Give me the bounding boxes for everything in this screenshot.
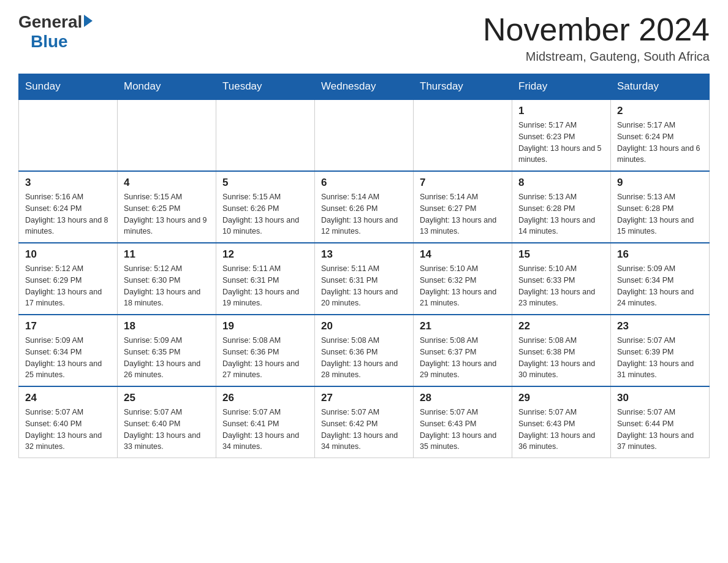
month-year-title: November 2024 — [483, 12, 710, 47]
calendar-cell: 13Sunrise: 5:11 AM Sunset: 6:31 PM Dayli… — [315, 243, 414, 315]
calendar-cell: 20Sunrise: 5:08 AM Sunset: 6:36 PM Dayli… — [315, 315, 414, 386]
col-header-friday: Friday — [512, 74, 611, 100]
day-number: 17 — [25, 320, 111, 332]
day-number: 24 — [25, 392, 111, 404]
day-info: Sunrise: 5:10 AM Sunset: 6:32 PM Dayligh… — [420, 263, 506, 309]
day-number: 25 — [124, 392, 210, 404]
day-info: Sunrise: 5:16 AM Sunset: 6:24 PM Dayligh… — [25, 191, 111, 237]
day-number: 6 — [321, 177, 407, 189]
calendar-cell: 6Sunrise: 5:14 AM Sunset: 6:26 PM Daylig… — [315, 171, 414, 243]
day-number: 22 — [518, 320, 604, 332]
day-info: Sunrise: 5:17 AM Sunset: 6:23 PM Dayligh… — [518, 120, 604, 166]
logo-general: General — [18, 12, 82, 32]
calendar-cell: 25Sunrise: 5:07 AM Sunset: 6:40 PM Dayli… — [118, 386, 216, 458]
calendar-cell: 23Sunrise: 5:07 AM Sunset: 6:39 PM Dayli… — [611, 315, 710, 386]
col-header-monday: Monday — [118, 74, 216, 100]
day-info: Sunrise: 5:09 AM Sunset: 6:35 PM Dayligh… — [124, 335, 210, 381]
day-number: 7 — [420, 177, 506, 189]
calendar-cell: 10Sunrise: 5:12 AM Sunset: 6:29 PM Dayli… — [19, 243, 118, 315]
day-info: Sunrise: 5:12 AM Sunset: 6:29 PM Dayligh… — [25, 263, 111, 309]
day-number: 9 — [617, 177, 703, 189]
week-row-3: 10Sunrise: 5:12 AM Sunset: 6:29 PM Dayli… — [19, 243, 710, 315]
day-number: 28 — [420, 392, 506, 404]
day-number: 16 — [617, 248, 703, 261]
col-header-saturday: Saturday — [611, 74, 710, 100]
day-info: Sunrise: 5:07 AM Sunset: 6:43 PM Dayligh… — [420, 407, 506, 453]
col-header-tuesday: Tuesday — [216, 74, 315, 100]
day-info: Sunrise: 5:08 AM Sunset: 6:38 PM Dayligh… — [518, 335, 604, 381]
day-info: Sunrise: 5:10 AM Sunset: 6:33 PM Dayligh… — [518, 263, 604, 309]
day-info: Sunrise: 5:12 AM Sunset: 6:30 PM Dayligh… — [124, 263, 210, 309]
day-number: 13 — [321, 248, 407, 261]
calendar-cell: 19Sunrise: 5:08 AM Sunset: 6:36 PM Dayli… — [216, 315, 315, 386]
week-row-1: 1Sunrise: 5:17 AM Sunset: 6:23 PM Daylig… — [19, 99, 710, 171]
day-number: 27 — [321, 392, 407, 404]
calendar-cell: 3Sunrise: 5:16 AM Sunset: 6:24 PM Daylig… — [19, 171, 118, 243]
day-number: 11 — [124, 248, 210, 261]
location-subtitle: Midstream, Gauteng, South Africa — [483, 50, 710, 64]
logo-arrow-icon — [84, 15, 93, 27]
col-header-thursday: Thursday — [414, 74, 512, 100]
title-block: November 2024 Midstream, Gauteng, South … — [483, 12, 710, 64]
page-header: General Blue November 2024 Midstream, Ga… — [18, 12, 710, 64]
day-number: 12 — [222, 248, 308, 261]
calendar-cell: 22Sunrise: 5:08 AM Sunset: 6:38 PM Dayli… — [512, 315, 611, 386]
day-info: Sunrise: 5:07 AM Sunset: 6:44 PM Dayligh… — [617, 407, 703, 453]
calendar-cell: 15Sunrise: 5:10 AM Sunset: 6:33 PM Dayli… — [512, 243, 611, 315]
day-number: 21 — [420, 320, 506, 332]
day-number: 2 — [617, 105, 703, 117]
calendar-cell: 7Sunrise: 5:14 AM Sunset: 6:27 PM Daylig… — [414, 171, 512, 243]
day-number: 8 — [518, 177, 604, 189]
calendar-cell: 30Sunrise: 5:07 AM Sunset: 6:44 PM Dayli… — [611, 386, 710, 458]
calendar-cell: 9Sunrise: 5:13 AM Sunset: 6:28 PM Daylig… — [611, 171, 710, 243]
calendar-cell — [216, 99, 315, 171]
calendar-cell: 21Sunrise: 5:08 AM Sunset: 6:37 PM Dayli… — [414, 315, 512, 386]
day-info: Sunrise: 5:14 AM Sunset: 6:27 PM Dayligh… — [420, 191, 506, 237]
week-row-2: 3Sunrise: 5:16 AM Sunset: 6:24 PM Daylig… — [19, 171, 710, 243]
day-info: Sunrise: 5:14 AM Sunset: 6:26 PM Dayligh… — [321, 191, 407, 237]
day-info: Sunrise: 5:07 AM Sunset: 6:40 PM Dayligh… — [124, 407, 210, 453]
day-info: Sunrise: 5:07 AM Sunset: 6:42 PM Dayligh… — [321, 407, 407, 453]
day-info: Sunrise: 5:15 AM Sunset: 6:26 PM Dayligh… — [222, 191, 308, 237]
calendar-cell: 16Sunrise: 5:09 AM Sunset: 6:34 PM Dayli… — [611, 243, 710, 315]
week-row-4: 17Sunrise: 5:09 AM Sunset: 6:34 PM Dayli… — [19, 315, 710, 386]
day-number: 18 — [124, 320, 210, 332]
day-info: Sunrise: 5:07 AM Sunset: 6:43 PM Dayligh… — [518, 407, 604, 453]
calendar-cell: 4Sunrise: 5:15 AM Sunset: 6:25 PM Daylig… — [118, 171, 216, 243]
calendar-cell — [315, 99, 414, 171]
day-info: Sunrise: 5:11 AM Sunset: 6:31 PM Dayligh… — [222, 263, 308, 309]
day-number: 19 — [222, 320, 308, 332]
calendar-cell: 28Sunrise: 5:07 AM Sunset: 6:43 PM Dayli… — [414, 386, 512, 458]
calendar-cell — [118, 99, 216, 171]
calendar-cell: 18Sunrise: 5:09 AM Sunset: 6:35 PM Dayli… — [118, 315, 216, 386]
day-number: 5 — [222, 177, 308, 189]
calendar-cell: 17Sunrise: 5:09 AM Sunset: 6:34 PM Dayli… — [19, 315, 118, 386]
calendar-cell: 1Sunrise: 5:17 AM Sunset: 6:23 PM Daylig… — [512, 99, 611, 171]
calendar-cell: 29Sunrise: 5:07 AM Sunset: 6:43 PM Dayli… — [512, 386, 611, 458]
calendar-cell — [19, 99, 118, 171]
day-info: Sunrise: 5:17 AM Sunset: 6:24 PM Dayligh… — [617, 120, 703, 166]
day-number: 30 — [617, 392, 703, 404]
day-number: 3 — [25, 177, 111, 189]
col-header-wednesday: Wednesday — [315, 74, 414, 100]
day-info: Sunrise: 5:08 AM Sunset: 6:36 PM Dayligh… — [321, 335, 407, 381]
day-info: Sunrise: 5:13 AM Sunset: 6:28 PM Dayligh… — [617, 191, 703, 237]
day-number: 14 — [420, 248, 506, 261]
day-number: 26 — [222, 392, 308, 404]
day-info: Sunrise: 5:09 AM Sunset: 6:34 PM Dayligh… — [617, 263, 703, 309]
day-number: 4 — [124, 177, 210, 189]
day-info: Sunrise: 5:15 AM Sunset: 6:25 PM Dayligh… — [124, 191, 210, 237]
day-number: 23 — [617, 320, 703, 332]
calendar-cell: 27Sunrise: 5:07 AM Sunset: 6:42 PM Dayli… — [315, 386, 414, 458]
calendar-cell: 11Sunrise: 5:12 AM Sunset: 6:30 PM Dayli… — [118, 243, 216, 315]
day-info: Sunrise: 5:08 AM Sunset: 6:36 PM Dayligh… — [222, 335, 308, 381]
day-info: Sunrise: 5:09 AM Sunset: 6:34 PM Dayligh… — [25, 335, 111, 381]
col-header-sunday: Sunday — [19, 74, 118, 100]
calendar-cell: 8Sunrise: 5:13 AM Sunset: 6:28 PM Daylig… — [512, 171, 611, 243]
calendar-cell — [414, 99, 512, 171]
calendar-cell: 14Sunrise: 5:10 AM Sunset: 6:32 PM Dayli… — [414, 243, 512, 315]
day-info: Sunrise: 5:07 AM Sunset: 6:40 PM Dayligh… — [25, 407, 111, 453]
day-info: Sunrise: 5:11 AM Sunset: 6:31 PM Dayligh… — [321, 263, 407, 309]
logo-blue: Blue — [31, 32, 68, 51]
calendar-cell: 12Sunrise: 5:11 AM Sunset: 6:31 PM Dayli… — [216, 243, 315, 315]
